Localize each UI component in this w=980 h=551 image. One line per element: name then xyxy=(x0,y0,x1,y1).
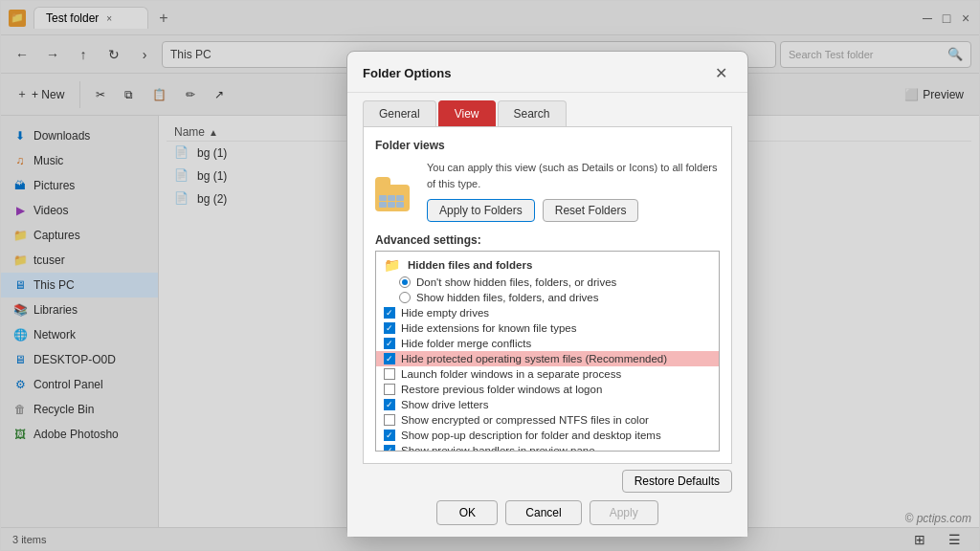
folder-views-section: Folder views xyxy=(375,139,720,222)
tab-view[interactable]: View xyxy=(438,100,496,126)
checkbox-hide-empty[interactable]: ✓ xyxy=(384,307,395,319)
adv-item-show-encrypted[interactable]: Show encrypted or compressed NTFS files … xyxy=(376,412,719,428)
folder-views-row: You can apply this view (such as Details… xyxy=(375,160,720,222)
grid-cell xyxy=(396,195,404,201)
adv-item-launch-separate[interactable]: Launch folder windows in a separate proc… xyxy=(376,366,719,382)
checkbox-show-encrypted[interactable] xyxy=(384,414,395,426)
dialog-tabs: General View Search xyxy=(347,93,747,126)
dialog-title: Folder Options xyxy=(363,66,709,80)
adv-item-hide-ext[interactable]: ✓ Hide extensions for known file types xyxy=(376,320,719,336)
adv-item-show-drive-letters[interactable]: ✓ Show drive letters xyxy=(376,397,719,412)
folder-options-dialog: Folder Options ✕ General View Search xyxy=(346,51,748,538)
cancel-button[interactable]: Cancel xyxy=(505,500,581,525)
adv-item-show-popup[interactable]: ✓ Show pop-up description for folder and… xyxy=(376,428,719,443)
dialog-action-buttons: OK Cancel Apply xyxy=(363,500,732,525)
watermark: © pctips.com xyxy=(904,512,971,525)
checkbox-restore-previous[interactable] xyxy=(384,384,395,395)
adv-item-hide-protected[interactable]: ✓ Hide protected operating system files … xyxy=(376,351,719,366)
grid-cell xyxy=(379,202,387,208)
folder-views-description: You can apply this view (such as Details… xyxy=(427,160,720,191)
dialog-overlay: Folder Options ✕ General View Search xyxy=(1,1,979,550)
reset-folders-button[interactable]: Reset Folders xyxy=(543,199,639,222)
tab-general[interactable]: General xyxy=(363,100,436,126)
checkbox-launch-separate[interactable] xyxy=(384,368,395,380)
explorer-window: 📁 Test folder × + ─ □ × ← → ↑ ↻ › This P… xyxy=(0,0,980,551)
checkbox-show-preview[interactable]: ✓ xyxy=(384,445,395,452)
restore-defaults-row: Restore Defaults xyxy=(363,470,732,493)
radio-dont-show-hidden[interactable] xyxy=(399,276,411,288)
grid-cell xyxy=(388,202,395,208)
checkbox-show-popup[interactable]: ✓ xyxy=(384,430,395,441)
adv-item-hide-empty[interactable]: ✓ Hide empty drives xyxy=(376,305,719,320)
radio-show-hidden[interactable] xyxy=(399,292,411,303)
dialog-title-bar: Folder Options ✕ xyxy=(347,52,747,93)
advanced-section-title: Advanced settings: xyxy=(375,233,720,247)
tab-search[interactable]: Search xyxy=(498,100,567,126)
adv-item-hidden-files-folder[interactable]: 📁 Hidden files and folders xyxy=(376,255,719,275)
checkbox-hide-merge[interactable]: ✓ xyxy=(384,338,395,349)
folder-views-title: Folder views xyxy=(375,139,720,152)
restore-defaults-button[interactable]: Restore Defaults xyxy=(622,470,732,493)
ok-button[interactable]: OK xyxy=(436,500,498,525)
grid-cell xyxy=(396,202,404,208)
folder-main xyxy=(375,185,410,211)
adv-item-show-hidden[interactable]: Show hidden files, folders, and drives xyxy=(376,290,719,305)
adv-item-show-preview[interactable]: ✓ Show preview handlers in preview pane xyxy=(376,443,719,452)
apply-button[interactable]: Apply xyxy=(590,500,658,525)
folder-views-desc-area: You can apply this view (such as Details… xyxy=(427,160,720,222)
checkbox-show-drive-letters[interactable]: ✓ xyxy=(384,399,395,410)
folder-icon-img xyxy=(375,171,415,211)
apply-to-folders-button[interactable]: Apply to Folders xyxy=(427,199,535,222)
adv-item-restore-previous[interactable]: Restore previous folder windows at logon xyxy=(376,382,719,397)
folder-tab xyxy=(375,177,390,185)
grid-cell xyxy=(379,195,387,201)
dialog-content: Folder views xyxy=(363,126,732,464)
grid-cell xyxy=(388,195,395,201)
grid-lines xyxy=(379,195,404,208)
folder-icon: 📁 xyxy=(384,257,400,273)
folder-views-buttons: Apply to Folders Reset Folders xyxy=(427,199,720,222)
adv-item-dont-show-hidden[interactable]: Don't show hidden files, folders, or dri… xyxy=(376,275,719,290)
checkbox-hide-protected[interactable]: ✓ xyxy=(384,353,395,364)
advanced-settings-list[interactable]: 📁 Hidden files and folders Don't show hi… xyxy=(375,251,720,452)
dialog-footer: Restore Defaults OK Cancel Apply xyxy=(347,464,747,537)
checkbox-hide-ext[interactable]: ✓ xyxy=(384,322,395,334)
dialog-close-button[interactable]: ✕ xyxy=(709,61,732,84)
adv-item-hide-merge[interactable]: ✓ Hide folder merge conflicts xyxy=(376,336,719,351)
